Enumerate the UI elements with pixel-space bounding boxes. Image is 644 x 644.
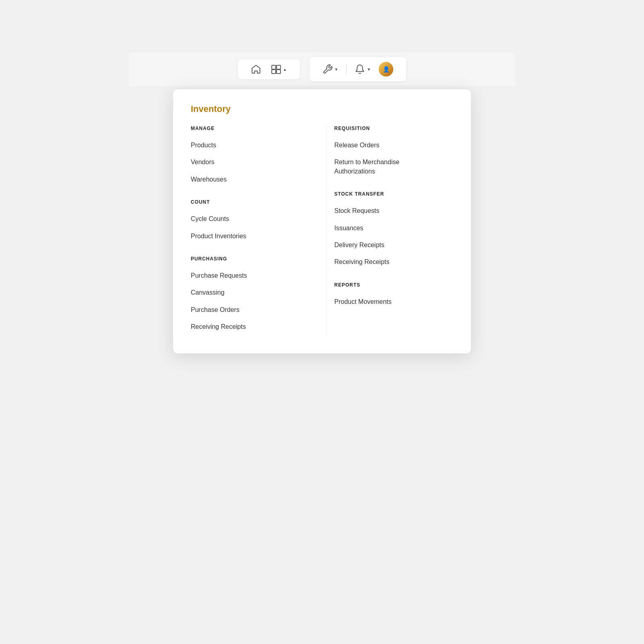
inventory-caret-icon: ▲: [283, 67, 287, 72]
menu-item-products[interactable]: Products: [191, 137, 310, 154]
menu-item-purchase-orders[interactable]: Purchase Orders: [191, 301, 310, 318]
menu-item-cycle-counts[interactable]: Cycle Counts: [191, 211, 310, 227]
section-header-reports: REPORTS: [334, 282, 454, 288]
menu-item-product-inventories[interactable]: Product Inventories: [191, 228, 310, 245]
menu-item-receiving-receipts-right[interactable]: Receiving Receipts: [334, 254, 454, 270]
menu-title: Inventory: [191, 104, 453, 114]
menu-item-release-orders[interactable]: Release Orders: [334, 137, 454, 154]
menu-item-warehouses[interactable]: Warehouses: [191, 171, 310, 188]
menu-item-issuances[interactable]: Issuances: [334, 220, 454, 237]
menu-left-column: MANAGE Products Vendors Warehouses COUNT…: [191, 126, 326, 336]
bell-svg: [355, 64, 365, 74]
inventory-dropdown-menu: Inventory MANAGE Products Vendors Wareho…: [173, 89, 471, 353]
menu-columns: MANAGE Products Vendors Warehouses COUNT…: [191, 126, 453, 336]
section-header-purchasing: PURCHASING: [191, 256, 310, 262]
svg-rect-3: [277, 70, 281, 74]
home-button[interactable]: [251, 64, 261, 74]
inventory-dropdown-button[interactable]: ▲: [271, 64, 287, 74]
section-header-manage: MANAGE: [191, 126, 310, 131]
navbar: ▲ ▼: [129, 52, 515, 86]
tools-caret-icon: ▼: [334, 67, 339, 72]
svg-rect-0: [272, 65, 276, 69]
notifications-button[interactable]: ▼: [355, 64, 371, 74]
wrench-icon: [322, 64, 333, 74]
boxes-icon: [271, 64, 281, 74]
screen-wrapper: ▲ ▼: [129, 52, 515, 353]
tools-dropdown-button[interactable]: ▼: [322, 64, 339, 74]
avatar-image: 👤: [379, 62, 393, 76]
section-header-count: COUNT: [191, 199, 310, 205]
bell-icon: [355, 64, 365, 74]
menu-right-column: REQUISITION Release Orders Return to Mer…: [326, 126, 454, 336]
menu-item-purchase-requests[interactable]: Purchase Requests: [191, 267, 310, 284]
svg-rect-2: [272, 70, 276, 74]
user-avatar[interactable]: 👤: [379, 62, 393, 76]
wrench-svg: [322, 64, 333, 74]
menu-item-return-merchandise[interactable]: Return to MerchandiseAuthorizations: [334, 154, 454, 180]
menu-item-canvassing[interactable]: Canvassing: [191, 284, 310, 301]
inventory-icon: [271, 64, 281, 74]
section-header-stock-transfer: STOCK TRANSFER: [334, 191, 454, 197]
menu-item-vendors[interactable]: Vendors: [191, 154, 310, 171]
nav-divider: [346, 64, 347, 75]
section-header-requisition: REQUISITION: [334, 126, 454, 131]
home-icon: [251, 64, 261, 74]
menu-item-product-movements[interactable]: Product Movements: [334, 293, 454, 310]
bell-caret-icon: ▼: [367, 67, 371, 72]
svg-rect-1: [277, 65, 281, 69]
menu-item-delivery-receipts[interactable]: Delivery Receipts: [334, 237, 454, 254]
menu-item-receiving-receipts-left[interactable]: Receiving Receipts: [191, 318, 310, 335]
nav-left-section: ▲: [238, 59, 300, 79]
nav-right-section: ▼ ▼ 👤: [310, 57, 407, 81]
menu-item-stock-requests[interactable]: Stock Requests: [334, 202, 454, 219]
